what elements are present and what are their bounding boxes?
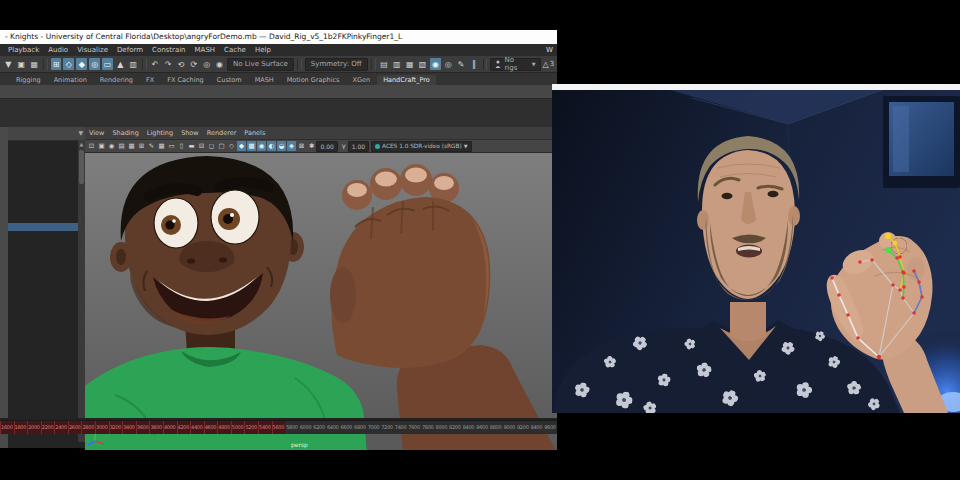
symmetry-field[interactable]: Symmetry: Off [305,58,368,71]
timeline-tick[interactable]: 6400 [326,421,340,434]
safe-action-icon[interactable]: ◻ [207,141,216,151]
menu-item[interactable]: MASH [195,46,216,54]
menu-item[interactable]: Visualize [77,46,108,54]
shelf-tab[interactable]: HandCraft_Pro [377,75,436,85]
shelf-tab[interactable]: Rendering [94,75,139,85]
lock-selection-icon[interactable]: ▲ [115,58,126,70]
chevron-down-icon[interactable]: ▼ [78,129,83,136]
viewport-menu-item[interactable]: Lighting [147,129,173,137]
warning-indicator[interactable]: △ 3 [543,60,555,69]
timeline-tick[interactable]: 6800 [353,421,367,434]
ambient-occlusion-icon[interactable]: ◒ [277,141,286,151]
menu-item[interactable]: Constrain [152,46,186,54]
timeline-tick[interactable]: 8800 [489,421,503,434]
live-surface-field[interactable]: No Live Surface [227,58,294,71]
viewport-menu-item[interactable]: View [89,129,104,137]
timeline-tick[interactable]: 9400 [530,421,544,434]
timeline-tick[interactable]: 2800 [81,421,95,434]
colorspace-dropdown[interactable]: ACES 1.0 SDR-video (sRGB) ▼ [371,141,472,152]
timeline-tick[interactable]: 2200 [41,421,55,434]
shaded-icon[interactable]: ◆ [237,141,246,151]
render-settings-icon[interactable]: ▤ [379,58,390,70]
textured-icon[interactable]: ▩ [247,141,256,151]
pause-viewport-icon[interactable]: ‖ [469,58,480,70]
timeline-tick[interactable]: 3000 [95,421,109,434]
timeline-tick[interactable]: 5600 [272,421,286,434]
reflection-icon[interactable]: ◉ [214,58,225,70]
snap-view-plane-icon[interactable]: ▭ [102,58,113,70]
shelf-tab[interactable]: XGen [347,75,377,85]
viewport-menu-item[interactable]: Renderer [207,129,237,137]
gate-mask-icon[interactable]: ▬ [187,141,196,151]
outliner-selected-row[interactable] [8,223,78,231]
timeline-tick[interactable]: 1600 [0,421,14,434]
timeline-tick[interactable]: 2600 [68,421,82,434]
timeline-tick[interactable]: 5000 [231,421,245,434]
timeline-tick[interactable]: 3800 [149,421,163,434]
select-component-icon[interactable]: ▦ [29,58,40,70]
exposure-field[interactable]: 0.00 [316,141,337,152]
lights-icon[interactable]: ◉ [257,141,266,151]
pan-zoom-icon[interactable]: ⊞ [137,141,146,151]
workspace-label[interactable]: W [546,46,553,54]
timeline-tick[interactable]: 4600 [204,421,218,434]
viewport-menu-item[interactable]: Panels [244,129,265,137]
select-object-icon[interactable]: ▣ [16,58,27,70]
viewport-canvas[interactable]: y persp [85,153,557,450]
undo-icon[interactable]: ↶ [150,58,161,70]
menu-item[interactable]: Cache [224,46,246,54]
shelf-tab[interactable]: Custom [211,75,248,85]
timeline-tick[interactable]: 6200 [312,421,326,434]
soft-select-icon[interactable]: ◎ [201,58,212,70]
snap-point-icon[interactable]: ◆ [76,58,87,70]
render-sequence-icon[interactable]: ▧ [417,58,428,70]
timeline-tick[interactable]: 2000 [27,421,41,434]
timeline-tick[interactable]: 1800 [14,421,28,434]
render-view-icon[interactable]: ◎ [443,58,454,70]
gamma-icon[interactable]: γ [342,142,346,150]
timeline-tick[interactable]: 3600 [136,421,150,434]
shelf-tab[interactable]: FX Caching [161,75,210,85]
timeline-tick[interactable]: 7600 [407,421,421,434]
construction-history-icon[interactable]: ⟳ [188,58,199,70]
timeline-tick[interactable]: 9000 [502,421,516,434]
menu-item[interactable]: Help [255,46,271,54]
timeline-tick[interactable]: 4200 [177,421,191,434]
timeline-tick[interactable]: 3400 [122,421,136,434]
timeline-tick[interactable]: 5400 [258,421,272,434]
camera-attributes-icon[interactable]: ◉ [107,141,116,151]
redo-icon[interactable]: ↷ [163,58,174,70]
timeline-tick[interactable]: 3200 [109,421,123,434]
timeline-tick[interactable]: 8400 [462,421,476,434]
timeline-tick[interactable]: 8000 [435,421,449,434]
timeline-tick[interactable]: 4400 [190,421,204,434]
outliner-scrollbar[interactable]: ▲ [78,140,85,442]
snap-grid-icon[interactable]: ⊞ [51,58,62,70]
image-plane-icon[interactable]: ▦ [127,141,136,151]
timeline-tick[interactable]: 6000 [299,421,313,434]
view-cube-icon[interactable]: ⊡ [87,141,96,151]
timeline-tick[interactable]: 8600 [475,421,489,434]
timeline-tick[interactable]: 2400 [54,421,68,434]
time-slider[interactable]: 1600180020002200240026002800300032003400… [0,420,557,434]
timeline-tick[interactable]: 9200 [516,421,530,434]
isolate-select-icon[interactable]: ⊠ [297,141,306,151]
ipr-render-icon[interactable]: ▦ [404,58,415,70]
hypershade-icon[interactable]: ◉ [430,58,441,70]
render-frame-icon[interactable]: ▥ [391,58,402,70]
timeline-tick[interactable]: 7400 [394,421,408,434]
viewport-menu-item[interactable]: Show [181,129,199,137]
timeline-tick[interactable]: 5200 [244,421,258,434]
timeline-tick[interactable]: 4000 [163,421,177,434]
scrollbar-thumb[interactable] [79,150,84,184]
safe-title-icon[interactable]: ▢ [217,141,226,151]
gamma-field[interactable]: 1.00 [348,141,369,152]
timeline-tick[interactable]: 5800 [285,421,299,434]
timeline-tick[interactable]: 6600 [339,421,353,434]
menu-item[interactable]: Audio [48,46,68,54]
lock-camera-icon[interactable]: ▣ [97,141,106,151]
timeline-tick[interactable]: 8200 [448,421,462,434]
bookmark-icon[interactable]: ▤ [117,141,126,151]
paint-effects-icon[interactable]: ✎ [456,58,467,70]
snap-curve-icon[interactable]: ◇ [63,58,74,70]
